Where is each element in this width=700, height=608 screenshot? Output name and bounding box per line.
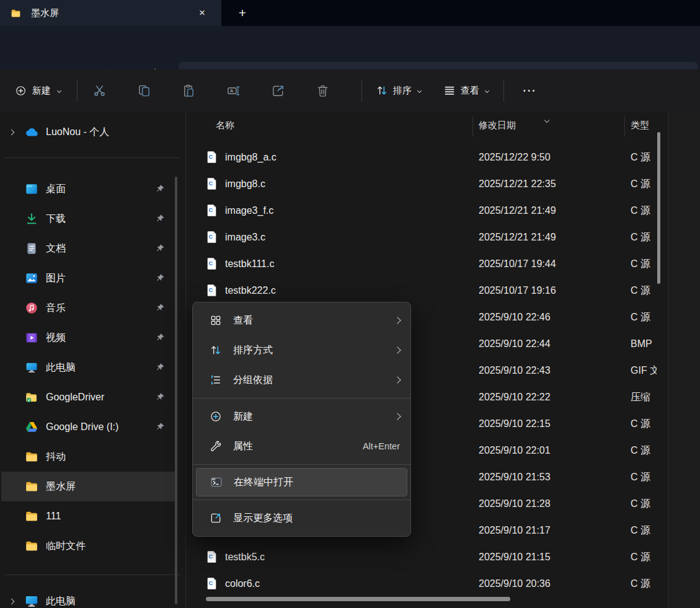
sidebar-item-label: 桌面 [46, 183, 66, 196]
menu-item-show-more-options[interactable]: 显示更多选项 [193, 503, 410, 533]
sidebar-item-label: 临时文件 [46, 540, 86, 553]
file-row[interactable]: Ctestbk222.c2025/10/17 19:16C 源 [187, 277, 668, 304]
sidebar-item-onedrive[interactable]: LuoNou - 个人 [0, 117, 185, 148]
pin-icon[interactable] [156, 273, 165, 283]
sort-button[interactable]: 排序 [370, 79, 427, 102]
sidebar-item-111[interactable]: 111 [0, 501, 175, 531]
pin-icon[interactable] [156, 422, 165, 431]
file-row[interactable]: Cimage3_f.c2025/12/21 21:49C 源 [187, 197, 668, 224]
column-separator[interactable] [472, 117, 473, 136]
file-date: 2025/9/10 22:43 [479, 357, 551, 384]
file-row[interactable]: Ctestbk5.c2025/9/10 21:15C 源 [187, 544, 668, 570]
pin-icon[interactable] [156, 333, 165, 342]
sidebar-item-desktop[interactable]: 桌面 [0, 174, 175, 204]
chevron-right-icon[interactable] [6, 599, 16, 604]
videos-icon [25, 331, 38, 345]
share-button[interactable] [264, 76, 292, 105]
file-row[interactable]: Cimage3.c2025/12/21 21:49C 源 [187, 224, 668, 250]
onedrive-label: LuoNou - 个人 [46, 126, 109, 139]
see-more-button[interactable]: ⋯ [516, 78, 541, 103]
new-tab-button[interactable]: + [233, 4, 252, 22]
sidebar-item-this-pc-tree[interactable]: 此电脑 [0, 586, 185, 608]
horizontal-scrollbar[interactable] [206, 597, 510, 601]
svg-text:C: C [208, 553, 213, 560]
pin-icon[interactable] [156, 303, 165, 312]
file-row[interactable]: Ccolor6.c2025/9/10 20:36C 源 [187, 570, 668, 597]
new-button[interactable]: 新建 [9, 80, 67, 102]
column-header-date[interactable]: 修改日期 [479, 120, 516, 131]
menu-item-label: 新建 [233, 410, 253, 423]
pin-icon[interactable] [156, 244, 165, 253]
menu-item-sort-by[interactable]: 排序方式 [193, 335, 410, 365]
file-row[interactable]: Cimgbg8.c2025/12/21 22:35C 源 [187, 170, 668, 197]
pin-icon[interactable] [156, 363, 165, 372]
sidebar-item-ink-screen[interactable]: 墨水屏 [1, 472, 175, 501]
sidebar-item-label: Google Drive (I:) [46, 421, 118, 433]
file-name: imgbg8_a.c [225, 152, 277, 163]
sidebar-item-douyin[interactable]: 抖动 [0, 442, 175, 472]
sort-arrows-icon [210, 344, 222, 356]
pin-icon[interactable] [156, 214, 165, 223]
sidebar-item-temp-files[interactable]: 临时文件 [0, 531, 175, 561]
menu-item-properties[interactable]: 属性Alt+Enter [193, 431, 410, 461]
c-file-icon: C [206, 577, 217, 590]
file-name-cell: Cimgbg8.c [206, 170, 265, 197]
folder-icon [25, 509, 38, 523]
chevron-right-icon[interactable] [6, 130, 16, 134]
pin-icon[interactable] [156, 184, 165, 193]
menu-item-group-by[interactable]: 分组依据 [193, 365, 410, 395]
file-name: color6.c [225, 578, 260, 589]
sidebar-item-pictures[interactable]: 图片 [0, 263, 175, 293]
right-panel [668, 112, 700, 608]
pictures-icon [25, 271, 38, 285]
vertical-scrollbar[interactable] [657, 132, 660, 284]
file-type: 压缩 [631, 384, 657, 410]
file-date: 2025/9/10 22:44 [479, 330, 551, 357]
menu-item-view[interactable]: 查看 [193, 306, 410, 335]
c-file-icon: C [206, 204, 217, 217]
sidebar-item-label: 111 [46, 511, 61, 522]
pin-icon[interactable] [156, 392, 165, 402]
paste-button[interactable] [174, 76, 203, 105]
delete-button[interactable] [308, 76, 337, 105]
rename-button[interactable]: A [219, 76, 247, 105]
sidebar-item-label: 音乐 [46, 302, 66, 315]
file-date: 2025/12/22 9:50 [479, 144, 551, 170]
cut-button[interactable] [85, 76, 113, 105]
sidebar-item-google-driver[interactable]: GoogleDriver [0, 382, 175, 412]
file-date: 2025/10/17 19:16 [479, 277, 556, 304]
sidebar-item-label: GoogleDriver [46, 392, 104, 403]
view-button[interactable]: 查看 [437, 79, 495, 102]
file-date: 2025/9/10 22:15 [479, 410, 551, 437]
column-header-name[interactable]: 名称 [216, 120, 234, 131]
chevron-down-icon [485, 88, 489, 92]
sidebar-item-downloads[interactable]: 下载 [0, 204, 175, 234]
column-separator[interactable] [624, 117, 625, 136]
toolbar-separator [77, 79, 78, 102]
onedrive-cloud-icon [24, 125, 39, 139]
sidebar-item-documents[interactable]: 文档 [0, 234, 175, 263]
file-row[interactable]: Cimgbg8_a.c2025/12/22 9:50C 源 [187, 144, 668, 170]
file-row[interactable]: Ctestbk111.c2025/10/17 19:44C 源 [187, 250, 668, 277]
view-grid-icon [210, 314, 222, 327]
sidebar-item-google-drive[interactable]: Google Drive (I:) [0, 412, 175, 442]
menu-item-open-in-terminal[interactable]: 在终端中打开 [196, 468, 407, 496]
file-type: C 源 [631, 410, 657, 437]
sidebar-item-this-pc[interactable]: 此电脑 [0, 353, 175, 382]
new-button-label: 新建 [32, 85, 51, 97]
sidebar: LuoNou - 个人 桌面下载文档图片音乐视频此电脑GoogleDriverG… [0, 112, 186, 608]
copy-button[interactable] [130, 76, 158, 105]
menu-divider [193, 500, 410, 500]
file-type: C 源 [631, 464, 657, 490]
sidebar-item-music[interactable]: 音乐 [0, 293, 175, 323]
sidebar-scrollbar[interactable] [175, 177, 177, 604]
column-header-type[interactable]: 类型 [631, 120, 649, 131]
close-tab-button[interactable]: × [193, 4, 211, 22]
list-header: 名称 修改日期 类型 [187, 112, 668, 140]
svg-text:C: C [208, 180, 213, 187]
svg-text:C: C [208, 234, 213, 240]
sidebar-item-videos[interactable]: 视频 [0, 323, 175, 353]
sidebar-item-label: 视频 [46, 332, 66, 345]
explorer-tab[interactable]: 墨水屏 × [0, 0, 221, 26]
menu-item-new[interactable]: 新建 [193, 402, 410, 431]
